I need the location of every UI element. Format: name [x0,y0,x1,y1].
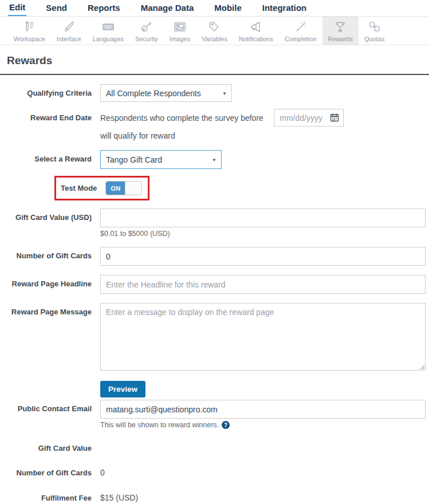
page-title: Rewards [7,54,422,67]
tab-label: Workspace [14,36,45,42]
nav-item-integration[interactable]: Integration [261,1,308,15]
security-icon [139,19,154,34]
tab-languages[interactable]: Languages [87,17,129,45]
gift-card-value-label: Gift Card Value (USD) [7,208,92,222]
rewards-form: Qualifying Criteria All Complete Respond… [0,84,429,504]
end-date-suffix-text: will qualify for reward [100,127,175,140]
end-date-prefix-text: Respondents who complete the survey befo… [100,109,263,123]
rewards-icon [333,19,348,34]
contact-email-row: Public Contact Email This will be shown … [7,400,426,429]
title-divider [0,74,429,75]
nav-item-reports[interactable]: Reports [86,1,121,15]
number-gift-cards-label: Number of Gift Cards [7,247,92,261]
tab-rewards[interactable]: Rewards [322,17,359,45]
tab-variables[interactable]: Variables [196,17,233,45]
tab-label: Languages [93,36,124,42]
summary-number-cards-row: Number of Gift Cards 0 [7,468,426,478]
qualifying-criteria-label: Qualifying Criteria [7,84,92,98]
test-mode-toggle[interactable]: ON [105,181,142,195]
message-row: Reward Page Message [7,303,426,373]
tab-label: Variables [202,36,227,42]
fulfilment-fee-label: Fulfilment Fee [7,494,92,503]
headline-label: Reward Page Headline [7,275,92,289]
fulfilment-fee-row: Fulfilment Fee $15 (USD) [7,493,426,503]
tab-interface[interactable]: Interface [51,17,87,45]
contact-email-input[interactable] [100,400,426,419]
reward-end-date-label: Reward End Date [7,109,92,123]
top-navigation: Edit Send Reports Manage Data Mobile Int… [0,0,429,17]
variables-icon [207,19,222,34]
qualifying-criteria-select[interactable]: All Complete Respondents [100,84,232,102]
summary-gift-card-value-label: Gift Card Value [7,444,92,453]
tab-label: Quotas [364,36,384,42]
tab-label: Notifications [239,36,273,42]
tab-label: Images [170,36,190,42]
gift-card-value-row: Gift Card Value (USD) $0.01 to $5000 (US… [7,208,426,238]
reward-end-date-row: Reward End Date Respondents who complete… [7,109,426,141]
contact-email-label: Public Contact Email [7,400,92,414]
interface-icon [61,19,76,34]
headline-input[interactable] [100,275,426,294]
tab-quotas[interactable]: Quotas [359,17,390,45]
quotas-icon [367,19,382,34]
completion-icon [293,19,308,34]
summary-gift-card-value-row: Gift Card Value [7,444,426,453]
tab-security[interactable]: Security [129,17,164,45]
images-icon [172,19,187,34]
workspace-icon [22,19,37,34]
test-mode-row: Test Mode ON [7,176,426,200]
calendar-icon[interactable] [330,113,339,124]
tab-workspace[interactable]: Workspace [8,17,51,45]
tab-completion[interactable]: Completion [279,17,322,45]
tab-label: Rewards [328,36,353,42]
gift-card-value-input[interactable] [100,208,426,227]
tab-images[interactable]: Images [164,17,196,45]
gift-card-value-hint: $0.01 to $5000 (USD) [100,230,426,238]
nav-item-edit[interactable]: Edit [8,0,26,16]
nav-item-manage-data[interactable]: Manage Data [140,1,195,15]
summary-number-cards-value: 0 [100,468,426,477]
summary-number-cards-label: Number of Gift Cards [7,468,92,478]
nav-item-mobile[interactable]: Mobile [213,1,243,15]
select-reward-row: Select a Reward Tango Gift Card ▼ [7,150,426,169]
message-textarea[interactable] [100,303,426,371]
help-icon[interactable]: ? [222,421,230,429]
fulfilment-fee-value: $15 (USD) [100,493,426,502]
test-mode-annotation-box: Test Mode ON [54,176,149,200]
select-reward-label: Select a Reward [7,150,92,164]
tab-notifications[interactable]: Notifications [233,17,279,45]
tab-label: Interface [57,36,81,42]
qualifying-criteria-row: Qualifying Criteria All Complete Respond… [7,84,426,102]
toggle-knob [125,182,141,195]
number-gift-cards-input[interactable] [100,247,426,266]
headline-row: Reward Page Headline [7,275,426,294]
test-mode-label: Test Mode [61,184,97,192]
tab-label: Completion [285,36,317,42]
message-label: Reward Page Message [7,303,92,317]
notifications-icon [249,19,263,34]
preview-row: Preview [100,381,426,397]
number-gift-cards-row: Number of Gift Cards [7,247,426,266]
preview-button[interactable]: Preview [100,381,145,397]
nav-item-send[interactable]: Send [45,1,68,15]
charge-summary: Gift Card Value Number of Gift Cards 0 F… [7,444,426,504]
tab-label: Security [135,36,158,42]
languages-icon [101,19,116,34]
settings-toolbar: Workspace Interface Languages Security I… [0,17,429,45]
select-reward-select[interactable]: Tango Gift Card [100,150,222,169]
contact-email-hint: This will be shown to reward winners. [100,421,219,429]
toggle-on-label: ON [106,182,125,195]
